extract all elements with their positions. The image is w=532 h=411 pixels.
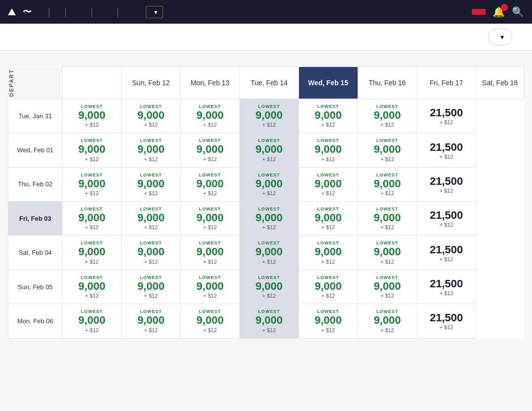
col-header-2[interactable]: Tue, Feb 14 (239, 67, 299, 99)
delta-logo: 〜 (8, 6, 33, 18)
price-cell-r2-c4[interactable]: LOWEST9,000+ $12 (299, 167, 358, 201)
price-cell-r6-c0[interactable]: LOWEST9,000+ $12 (63, 304, 122, 338)
price-cell-r2-c5[interactable]: LOWEST9,000+ $12 (358, 167, 417, 201)
price-cell-r3-c4[interactable]: LOWEST9,000+ $12 (299, 202, 358, 236)
price-cell-r2-c2[interactable]: LOWEST9,000+ $12 (180, 167, 239, 201)
col-header-0[interactable]: Sun, Feb 12 (121, 67, 180, 99)
price-cell-r3-c0[interactable]: LOWEST9,000+ $12 (63, 202, 122, 236)
row-header-6[interactable]: Mon, Feb 06 (8, 304, 63, 338)
price-cell-r2-c0[interactable]: LOWEST9,000+ $12 (63, 167, 122, 201)
price-cell-r1-c3[interactable]: LOWEST9,000+ $12 (239, 133, 299, 167)
price-cell-r4-c2[interactable]: LOWEST9,000+ $12 (180, 236, 239, 270)
row-header-2[interactable]: Thu, Feb 02 (8, 167, 63, 201)
price-cell-r0-c6[interactable]: 21,500+ $12 (417, 99, 476, 133)
header-divider4: | (117, 6, 119, 18)
calendar-wrapper: DEPARTSun, Feb 12Mon, Feb 13Tue, Feb 14W… (0, 67, 532, 339)
modify-chevron-icon: ▾ (154, 8, 158, 16)
price-cell-r5-c5[interactable]: LOWEST9,000+ $12 (358, 270, 417, 304)
price-cell-r1-c5[interactable]: LOWEST9,000+ $12 (358, 133, 417, 167)
price-cell-r6-c4[interactable]: LOWEST9,000+ $12 (299, 304, 358, 338)
col-header-3[interactable]: Wed, Feb 15 (299, 67, 358, 99)
price-cell-r5-c4[interactable]: LOWEST9,000+ $12 (299, 270, 358, 304)
price-cell-r1-c6[interactable]: 21,500+ $12 (417, 133, 476, 167)
price-calendar-table: DEPARTSun, Feb 12Mon, Feb 13Tue, Feb 14W… (8, 67, 524, 339)
price-cell-r6-c5[interactable]: LOWEST9,000+ $12 (358, 304, 417, 338)
price-cell-r0-c4[interactable]: LOWEST9,000+ $12 (299, 99, 358, 133)
tabs-left (20, 36, 35, 50)
header: 〜 | | | | ▾ 🔔 🔍 (0, 0, 532, 24)
price-cell-r1-c2[interactable]: LOWEST9,000+ $12 (180, 133, 239, 167)
price-cell-r0-c3[interactable]: LOWEST9,000+ $12 (239, 99, 299, 133)
notifications-badge (501, 4, 508, 11)
price-cell-r6-c1[interactable]: LOWEST9,000+ $12 (121, 304, 180, 338)
login-button[interactable] (472, 9, 486, 15)
price-cell-r2-c1[interactable]: LOWEST9,000+ $12 (121, 167, 180, 201)
delta-logo-swoosh: 〜 (23, 6, 33, 18)
price-cell-r3-c5[interactable]: LOWEST9,000+ $12 (358, 202, 417, 236)
price-cell-r5-c1[interactable]: LOWEST9,000+ $12 (121, 270, 180, 304)
notifications-bell[interactable]: 🔔 (493, 6, 505, 18)
price-cell-r2-c6[interactable]: 21,500+ $12 (417, 167, 476, 201)
price-cell-r4-c5[interactable]: LOWEST9,000+ $12 (358, 236, 417, 270)
price-cell-r0-c1[interactable]: LOWEST9,000+ $12 (121, 99, 180, 133)
price-cell-r3-c3[interactable]: LOWEST9,000+ $12 (239, 202, 299, 236)
price-cell-r4-c0[interactable]: LOWEST9,000+ $12 (63, 236, 122, 270)
price-cell-r4-c4[interactable]: LOWEST9,000+ $12 (299, 236, 358, 270)
filter-chevron-icon: ▾ (500, 33, 504, 41)
price-cell-r5-c3[interactable]: LOWEST9,000+ $12 (239, 270, 299, 304)
row-header-4[interactable]: Sat, Feb 04 (8, 236, 63, 270)
header-divider2: | (64, 6, 66, 18)
col-header-6[interactable]: Sat, Feb 18 (476, 67, 524, 99)
col-header-5[interactable]: Fri, Feb 17 (417, 67, 476, 99)
price-cell-r3-c1[interactable]: LOWEST9,000+ $12 (121, 202, 180, 236)
price-cell-r0-c5[interactable]: LOWEST9,000+ $12 (358, 99, 417, 133)
price-cell-r2-c3[interactable]: LOWEST9,000+ $12 (239, 167, 299, 201)
price-cell-r5-c6[interactable]: 21,500+ $12 (417, 270, 476, 304)
corner-cell (63, 67, 122, 99)
price-cell-r4-c3[interactable]: LOWEST9,000+ $12 (239, 236, 299, 270)
price-cell-r1-c1[interactable]: LOWEST9,000+ $12 (121, 133, 180, 167)
price-cell-r3-c2[interactable]: LOWEST9,000+ $12 (180, 202, 239, 236)
col-header-1[interactable]: Mon, Feb 13 (180, 67, 239, 99)
search-icon[interactable]: 🔍 (512, 6, 524, 18)
filter-button[interactable]: ▾ (488, 29, 512, 45)
price-cell-r4-c6[interactable]: 21,500+ $12 (417, 236, 476, 270)
modify-button[interactable]: ▾ (146, 6, 163, 18)
price-cell-r4-c1[interactable]: LOWEST9,000+ $12 (121, 236, 180, 270)
price-cell-r6-c6[interactable]: 21,500+ $12 (417, 304, 476, 338)
price-cell-r6-c2[interactable]: LOWEST9,000+ $12 (180, 304, 239, 338)
price-cell-r0-c2[interactable]: LOWEST9,000+ $12 (180, 99, 239, 133)
price-cell-r1-c0[interactable]: LOWEST9,000+ $12 (63, 133, 122, 167)
price-cell-r6-c3[interactable]: LOWEST9,000+ $12 (239, 304, 299, 338)
header-divider1: | (48, 6, 50, 18)
price-cell-r5-c2[interactable]: LOWEST9,000+ $12 (180, 270, 239, 304)
depart-rotated-label: DEPART (8, 67, 63, 99)
price-cell-r1-c4[interactable]: LOWEST9,000+ $12 (299, 133, 358, 167)
header-divider3: | (90, 6, 93, 18)
col-header-4[interactable]: Thu, Feb 16 (358, 67, 417, 99)
content-area: DEPARTSun, Feb 12Mon, Feb 13Tue, Feb 14W… (0, 51, 532, 348)
price-cell-r0-c0[interactable]: LOWEST9,000+ $12 (63, 99, 122, 133)
price-cell-r3-c6[interactable]: 21,500+ $12 (417, 202, 476, 236)
row-header-3[interactable]: Fri, Feb 03 (8, 202, 63, 236)
tabs-bar: ▾ (0, 24, 532, 51)
price-cell-r5-c0[interactable]: LOWEST9,000+ $12 (63, 270, 122, 304)
row-header-1[interactable]: Wed, Feb 01 (8, 133, 63, 167)
row-header-5[interactable]: Sun, Feb 05 (8, 270, 63, 304)
row-header-0[interactable]: Tue, Jan 31 (8, 99, 63, 133)
delta-logo-triangle (8, 8, 16, 15)
